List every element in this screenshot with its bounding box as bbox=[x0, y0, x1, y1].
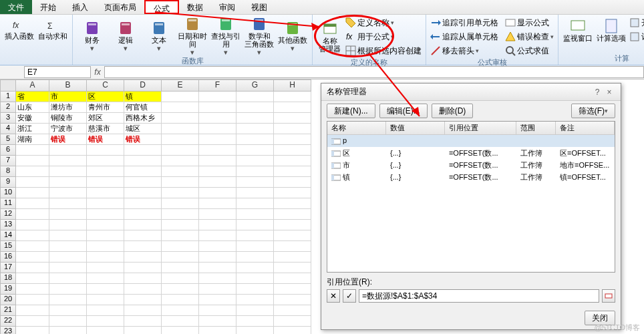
tab-公式[interactable]: 公式 bbox=[144, 0, 179, 14]
cell[interactable] bbox=[274, 241, 311, 252]
cell[interactable] bbox=[236, 273, 274, 284]
cell[interactable] bbox=[162, 295, 199, 305]
cell[interactable] bbox=[87, 198, 124, 209]
select-all-corner[interactable] bbox=[0, 79, 16, 92]
cell[interactable] bbox=[274, 102, 311, 113]
col-header-D[interactable]: D bbox=[124, 79, 162, 92]
cell[interactable] bbox=[162, 145, 199, 156]
cell[interactable] bbox=[87, 209, 124, 220]
watch-window-button[interactable]: 监视窗口 bbox=[562, 18, 593, 42]
cell[interactable] bbox=[16, 145, 49, 156]
cell[interactable] bbox=[199, 134, 236, 145]
cell[interactable] bbox=[49, 209, 87, 220]
cell[interactable] bbox=[49, 220, 87, 230]
cell[interactable] bbox=[199, 263, 236, 273]
cell[interactable] bbox=[236, 252, 274, 263]
funclib-5[interactable]: 数学和 三角函数▾ bbox=[244, 16, 275, 56]
cell[interactable] bbox=[16, 305, 49, 316]
remove-arrows-button[interactable]: 移去箭头▾ bbox=[430, 44, 498, 57]
cell[interactable] bbox=[162, 198, 199, 209]
cell[interactable] bbox=[162, 316, 199, 327]
cell[interactable]: 铜陵市 bbox=[49, 113, 87, 124]
tab-数据[interactable]: 数据 bbox=[179, 0, 211, 14]
row-header-16[interactable]: 16 bbox=[0, 252, 16, 263]
cell[interactable] bbox=[162, 188, 199, 198]
cell[interactable] bbox=[49, 145, 87, 156]
cell[interactable] bbox=[199, 177, 236, 188]
cell[interactable] bbox=[16, 177, 49, 188]
cell[interactable] bbox=[199, 273, 236, 284]
col-header-A[interactable]: A bbox=[16, 79, 49, 92]
edit-button[interactable]: 编辑(E)... bbox=[379, 104, 428, 118]
cell[interactable] bbox=[49, 252, 87, 263]
cell[interactable] bbox=[16, 220, 49, 230]
cell[interactable]: 郊区 bbox=[87, 113, 124, 124]
cell[interactable] bbox=[199, 305, 236, 316]
row-header-18[interactable]: 18 bbox=[0, 273, 16, 284]
cell[interactable] bbox=[16, 166, 49, 177]
row-header-7[interactable]: 7 bbox=[0, 156, 16, 166]
cell[interactable] bbox=[236, 113, 274, 124]
cell[interactable] bbox=[49, 284, 87, 295]
cell[interactable] bbox=[199, 295, 236, 305]
name-box[interactable]: E7 bbox=[24, 66, 91, 78]
cell[interactable] bbox=[236, 327, 274, 334]
row-header-13[interactable]: 13 bbox=[0, 220, 16, 230]
cell[interactable] bbox=[274, 220, 311, 230]
cell[interactable] bbox=[124, 273, 162, 284]
cell[interactable] bbox=[124, 252, 162, 263]
cell[interactable] bbox=[49, 327, 87, 334]
cell[interactable] bbox=[87, 305, 124, 316]
cell[interactable] bbox=[87, 295, 124, 305]
cell[interactable]: 湖南 bbox=[16, 134, 49, 145]
cell[interactable] bbox=[124, 188, 162, 198]
tab-视图[interactable]: 视图 bbox=[243, 0, 275, 14]
cell[interactable] bbox=[16, 241, 49, 252]
cell[interactable] bbox=[124, 230, 162, 241]
row-header-10[interactable]: 10 bbox=[0, 188, 16, 198]
col-header-F[interactable]: F bbox=[199, 79, 236, 92]
cell[interactable] bbox=[49, 188, 87, 198]
cell[interactable] bbox=[236, 295, 274, 305]
cell[interactable] bbox=[162, 102, 199, 113]
cell[interactable] bbox=[87, 316, 124, 327]
cell[interactable] bbox=[16, 156, 49, 166]
col-header-H[interactable]: H bbox=[274, 79, 311, 92]
cell[interactable] bbox=[49, 241, 87, 252]
row-header-21[interactable]: 21 bbox=[0, 305, 16, 316]
cell[interactable] bbox=[124, 316, 162, 327]
cell[interactable] bbox=[274, 92, 311, 102]
cell[interactable] bbox=[87, 230, 124, 241]
cell[interactable] bbox=[87, 188, 124, 198]
tab-页面布局[interactable]: 页面布局 bbox=[96, 0, 144, 14]
cell[interactable] bbox=[236, 102, 274, 113]
cell[interactable]: 错误 bbox=[49, 134, 87, 145]
ref-input[interactable]: =数据源!$A$1:$A$34 bbox=[359, 289, 599, 303]
cell[interactable] bbox=[16, 295, 49, 305]
cell[interactable] bbox=[236, 220, 274, 230]
cell[interactable]: 浙江 bbox=[16, 124, 49, 134]
insert-function-button[interactable]: fx 插入函数 bbox=[4, 16, 35, 40]
list-col-2[interactable]: 引用位置 bbox=[445, 122, 516, 134]
cell[interactable] bbox=[274, 166, 311, 177]
cell[interactable] bbox=[236, 209, 274, 220]
cell[interactable] bbox=[87, 284, 124, 295]
name-row[interactable]: 镇{...}=OFFSET(数...工作簿镇=OFFSET... bbox=[327, 171, 615, 183]
cell[interactable] bbox=[236, 230, 274, 241]
new-button[interactable]: 新建(N)... bbox=[327, 104, 375, 118]
cell[interactable] bbox=[274, 209, 311, 220]
cell[interactable] bbox=[162, 252, 199, 263]
cell[interactable] bbox=[87, 273, 124, 284]
cell[interactable] bbox=[236, 145, 274, 156]
row-header-5[interactable]: 5 bbox=[0, 134, 16, 145]
row-header-1[interactable]: 1 bbox=[0, 92, 16, 102]
cell[interactable] bbox=[274, 273, 311, 284]
show-formulas-button[interactable]: 显示公式 bbox=[505, 16, 554, 29]
cell[interactable] bbox=[274, 284, 311, 295]
cell[interactable] bbox=[274, 124, 311, 134]
cell[interactable] bbox=[162, 220, 199, 230]
calc-now-button[interactable]: 开始计算 bbox=[629, 16, 644, 29]
list-col-0[interactable]: 名称 bbox=[327, 122, 386, 134]
cell[interactable] bbox=[274, 134, 311, 145]
cell[interactable] bbox=[236, 188, 274, 198]
